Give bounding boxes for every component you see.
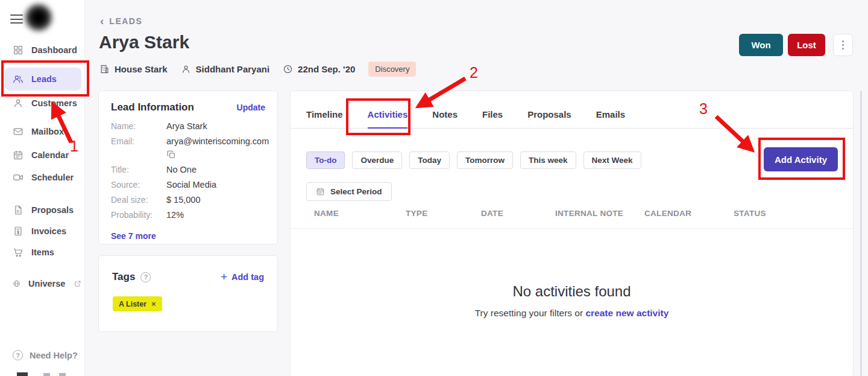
breadcrumb-label: LEADS (109, 16, 142, 26)
vertical-scrollbar[interactable] (860, 91, 862, 376)
sidebar-item-label: Universe (28, 279, 65, 288)
sidebar-item-invoices[interactable]: Invoices (5, 220, 81, 243)
filter-chip-tomorrow[interactable]: Tomorrow (457, 151, 513, 169)
tab-emails[interactable]: Emails (596, 109, 625, 119)
lead-meta-row: House Stark Siddhant Paryani 22nd Sep. '… (99, 62, 416, 77)
tab-files[interactable]: Files (482, 109, 503, 119)
owner-name: Siddhant Paryani (196, 64, 270, 74)
copy-icon (166, 150, 176, 159)
sidebar-item-label: Customers (31, 98, 77, 108)
company-name: House Stark (115, 64, 168, 74)
field-row-title: Title: No One (111, 165, 265, 174)
annotation-number-2: 2 (470, 64, 478, 81)
sidebar-item-calendar[interactable]: Calendar (5, 144, 81, 167)
add-tag-button[interactable]: + Add tag (221, 270, 264, 284)
proposals-icon (13, 205, 24, 215)
invoices-icon (13, 226, 24, 237)
footer-cutoff-icon (43, 373, 50, 376)
scheduler-icon (13, 172, 24, 183)
sidebar: Dashboard Leads Customers Mailbox Calend… (0, 0, 85, 376)
update-link[interactable]: Update (237, 103, 265, 112)
column-name: NAME (314, 209, 406, 228)
leads-icon (13, 74, 24, 84)
field-row-source: Source: Social Media (111, 180, 265, 190)
activities-panel: Timeline Activities Notes Files Proposal… (290, 91, 854, 376)
stage-badge[interactable]: Discovery (368, 62, 416, 77)
lost-button[interactable]: Lost (788, 34, 825, 56)
tab-activities[interactable]: Activities (368, 109, 408, 119)
sidebar-item-proposals[interactable]: Proposals (5, 199, 81, 221)
column-internal-note: INTERNAL NOTE (555, 209, 644, 228)
sidebar-item-label: Items (31, 247, 54, 257)
calendar-icon (13, 150, 24, 161)
field-row-name: Name: Arya Stark (111, 121, 265, 131)
create-new-activity-link[interactable]: create new activity (585, 308, 668, 318)
sidebar-item-label: Proposals (31, 205, 74, 215)
need-help-button[interactable]: ? Need Help? (13, 350, 78, 360)
detail-tabs: Timeline Activities Notes Files Proposal… (291, 91, 853, 129)
tab-proposals[interactable]: Proposals (527, 109, 571, 119)
tags-card: Tags ? + Add tag A Lister × (98, 255, 278, 332)
sidebar-item-label: Mailbox (31, 127, 64, 136)
page-title: Arya Stark (99, 32, 189, 53)
remove-tag-icon[interactable]: × (151, 299, 156, 308)
building-icon (99, 64, 110, 74)
crm-lead-detail-page: Dashboard Leads Customers Mailbox Calend… (0, 0, 868, 376)
add-activity-button[interactable]: Add Activity (764, 147, 838, 171)
column-status: STATUS (734, 209, 766, 228)
lead-date: 22nd Sep. '20 (283, 64, 355, 74)
tag-label: A Lister (119, 300, 146, 308)
sidebar-item-dashboard[interactable]: Dashboard (5, 39, 81, 62)
filter-chip-this-week[interactable]: This week (520, 151, 576, 169)
see-more-link[interactable]: See 7 more (111, 231, 156, 241)
empty-state-title: No activities found (291, 283, 853, 300)
user-icon (181, 64, 191, 74)
tags-help-icon[interactable]: ? (140, 272, 151, 282)
lead-owner: Siddhant Paryani (181, 64, 270, 74)
filter-chip-next-week[interactable]: Next Week (583, 151, 641, 169)
items-icon (13, 247, 24, 258)
tab-notes[interactable]: Notes (432, 109, 458, 119)
won-button[interactable]: Won (739, 34, 783, 56)
breadcrumb[interactable]: ‹ LEADS (100, 16, 142, 26)
sidebar-item-mailbox[interactable]: Mailbox (5, 120, 81, 143)
field-row-email: Email: arya@winteriscoming.com (111, 136, 265, 146)
sidebar-item-leads[interactable]: Leads (5, 68, 81, 91)
hamburger-menu-icon[interactable] (10, 14, 23, 24)
column-calendar: CALENDAR (644, 209, 734, 228)
tags-title: Tags (112, 271, 135, 283)
footer-cutoff-icon (17, 372, 28, 376)
sidebar-item-customers[interactable]: Customers (5, 92, 81, 115)
sidebar-item-label: Leads (31, 74, 57, 84)
copy-email-button[interactable] (166, 150, 265, 159)
sidebar-item-label: Dashboard (31, 45, 77, 55)
select-period-button[interactable]: Select Period (306, 182, 392, 201)
calendar-icon (316, 187, 325, 196)
empty-state: No activities found Try resetting your f… (291, 283, 853, 319)
app-logo (24, 3, 53, 32)
more-options-button[interactable] (833, 34, 853, 56)
dashboard-icon (13, 45, 24, 56)
customers-icon (13, 98, 24, 109)
filter-chip-todo[interactable]: To-do (306, 151, 345, 169)
need-help-label: Need Help? (30, 351, 78, 360)
column-type: TYPE (406, 209, 481, 228)
activity-filter-chips: To-do Overdue Today Tomorrow This week N… (306, 151, 641, 169)
filter-chip-overdue[interactable]: Overdue (352, 151, 402, 169)
field-row-deal-size: Deal size: $ 15,000 (111, 195, 265, 205)
tag-chip-a-lister[interactable]: A Lister × (113, 296, 162, 311)
field-row-probability: Probability: 12% (111, 210, 265, 220)
filter-chip-today[interactable]: Today (409, 151, 450, 169)
lead-info-title: Lead Information (111, 101, 194, 113)
sidebar-item-label: Scheduler (31, 173, 74, 182)
activities-table-header: NAME TYPE DATE INTERNAL NOTE CALENDAR ST… (291, 209, 853, 229)
more-options-icon (842, 40, 844, 42)
sidebar-item-universe[interactable]: Universe (5, 272, 81, 295)
plus-icon: + (221, 270, 227, 284)
chevron-left-icon: ‹ (100, 17, 104, 25)
tab-timeline[interactable]: Timeline (306, 109, 343, 119)
sidebar-item-scheduler[interactable]: Scheduler (5, 166, 81, 189)
column-date: DATE (481, 209, 555, 228)
sidebar-item-items[interactable]: Items (5, 241, 81, 264)
sidebar-item-label: Calendar (31, 150, 69, 160)
